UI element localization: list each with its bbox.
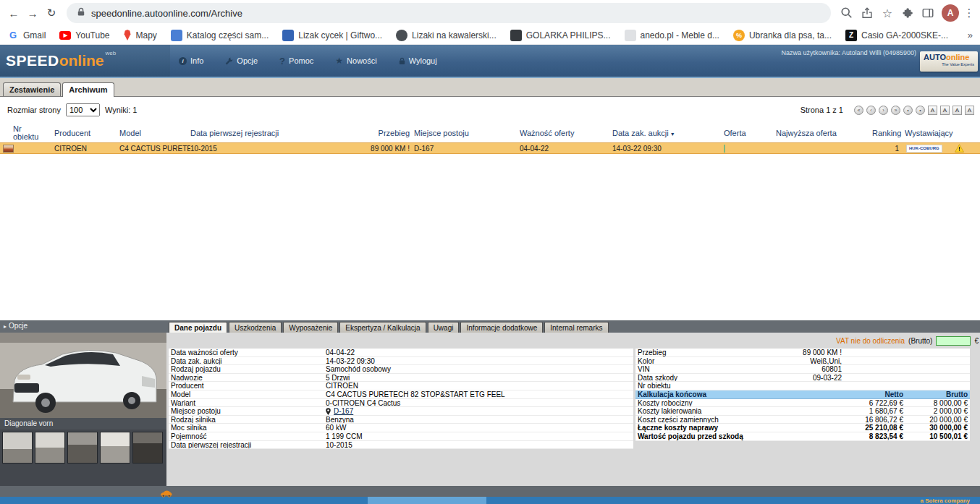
page-extra-button-2[interactable]: • — [916, 106, 925, 115]
column-header[interactable]: Data zak. aukcji▼ — [612, 129, 724, 137]
bookmark-item[interactable]: %Ubranka dla psa, ta... — [733, 30, 832, 41]
photo-thumbnail-2[interactable] — [35, 432, 65, 464]
forward-icon[interactable]: → — [23, 4, 42, 22]
column-header[interactable]: Nr obiektu — [0, 125, 54, 141]
text-size-button-4[interactable]: A — [965, 106, 974, 115]
extensions-puzzle-icon[interactable] — [897, 4, 918, 22]
page-extra-button-1[interactable]: • — [903, 106, 913, 115]
bookmarks-overflow-chevron[interactable]: » — [968, 30, 973, 40]
detail-tab-informacje-dodatkowe[interactable]: Informacje dodatkowe — [460, 322, 543, 333]
bookmark-label: Ubranka dla psa, ta... — [749, 30, 832, 40]
autoonline-brand-logo[interactable]: AUTOonline The Value Experts — [920, 51, 978, 72]
warning-icon[interactable] — [955, 144, 964, 153]
bookmark-item[interactable]: GOLARKA PHILIPS... — [510, 30, 611, 41]
profile-avatar[interactable]: A — [942, 4, 959, 22]
bookmark-item[interactable]: GGmail — [7, 30, 46, 41]
column-header[interactable]: Data pierwszej rejestracji — [190, 129, 339, 137]
text-size-button-1[interactable]: A — [928, 106, 937, 115]
column-header[interactable]: Oferta — [724, 129, 776, 137]
detail-tab-wyposa-enie[interactable]: Wyposażenie — [283, 322, 338, 333]
vehicle-data-row: Data zak. aukcji14-03-22 09:30 — [169, 357, 633, 366]
photo-thumbnail-1[interactable] — [2, 432, 33, 464]
page-size-select[interactable]: 100 — [66, 103, 100, 116]
detail-content: VAT nie do odliczenia (Brutto) € Data wa… — [166, 333, 980, 486]
photo-thumbnail-5[interactable] — [132, 432, 163, 464]
detail-tab-dane-pojazdu[interactable]: Dane pojazdu — [169, 322, 227, 333]
field-label: Data ważności oferty — [169, 349, 326, 356]
address-bar[interactable]: speedonline.autoonline.com/Archive — [67, 3, 831, 23]
tab-archiwum[interactable]: Archiwum — [62, 82, 114, 97]
column-header[interactable]: Przebieg — [339, 129, 411, 137]
vehicle-info-row: KolorWeiß,Uni, — [635, 357, 970, 366]
column-header[interactable]: Wystawiający — [905, 129, 980, 137]
bookmark-item[interactable]: ▶YouTube — [59, 30, 109, 40]
bookmark-item[interactable]: ZCasio GA-2000SKE-... — [845, 30, 948, 41]
column-header[interactable]: Najwyższa oferta — [776, 129, 872, 137]
site-lock-icon[interactable] — [77, 7, 85, 20]
bookmark-item[interactable]: Lizaki na kawalerski... — [396, 30, 497, 41]
question-icon: ? — [279, 56, 285, 67]
share-icon[interactable] — [857, 4, 877, 22]
page-last-button[interactable]: » — [891, 106, 900, 115]
page-first-button[interactable]: « — [854, 106, 863, 115]
youtube-favicon-icon: ▶ — [59, 31, 71, 40]
detail-tab-uwagi[interactable]: Uwagi — [428, 322, 460, 333]
field-label: Pojemność — [169, 432, 326, 440]
vehicle-data-row: Rodzaj silnikaBenzyna — [169, 416, 633, 424]
column-header-label: Data zak. aukcji — [612, 129, 669, 137]
vat-input[interactable] — [936, 336, 971, 346]
column-header[interactable]: Ranking — [872, 129, 905, 137]
offer-input-box[interactable] — [724, 145, 725, 153]
menu-item-opcje[interactable]: Opcje — [225, 56, 258, 67]
bookmark-item[interactable]: Katalog części sam... — [171, 30, 269, 41]
row-wystawiajacy-cell: HUK-COBURG — [905, 144, 980, 153]
text-size-button-3[interactable]: A — [952, 106, 962, 115]
back-icon[interactable]: ← — [4, 4, 23, 22]
photo-thumbnail-3[interactable] — [67, 432, 98, 464]
field-label: Rodzaj silnika — [169, 416, 326, 424]
photo-thumbnails — [0, 430, 166, 466]
text-size-button-2[interactable]: A — [940, 106, 950, 115]
menu-item-wyloguj[interactable]: Wyloguj — [399, 56, 437, 67]
vehicle-data-row: Moc silnika60 kW — [169, 424, 633, 432]
location-pin-icon — [326, 408, 331, 415]
column-header[interactable]: Producent — [54, 129, 119, 137]
vehicle-info-row: Przebieg89 000 KM ! — [635, 349, 970, 357]
menu-item-pomoc[interactable]: ?Pomoc — [279, 56, 313, 67]
detail-tab-uszkodzenia[interactable]: Uszkodzenia — [229, 322, 282, 333]
side-panel-icon[interactable] — [918, 4, 938, 22]
miejsce-postoju-link[interactable]: D-167 — [326, 407, 353, 415]
options-toggle[interactable]: ▸Opcje — [4, 322, 28, 330]
bookmark-item[interactable]: Lizak cycek | Giftwo... — [282, 30, 382, 41]
vehicle-data-row: Miejsce postojuD-167 — [169, 407, 633, 416]
result-row[interactable]: CITROENC4 CACTUS PURETE...10-201589 000 … — [0, 142, 980, 154]
column-header[interactable]: Model — [119, 129, 190, 137]
detail-tab-ekspertyza-kalkulacja[interactable]: Ekspertyza / Kalkulacja — [339, 322, 426, 333]
data-zak-value: 14-03-22 09:30 — [612, 145, 662, 153]
vat-row: VAT nie do odliczenia (Brutto) € — [169, 333, 980, 349]
detail-tab-internal-remarks[interactable]: Internal remarks — [544, 322, 608, 333]
page-next-button[interactable]: › — [879, 106, 888, 115]
bookmark-item[interactable]: Mapy — [124, 30, 157, 40]
photo-thumbnail-4[interactable] — [100, 432, 130, 464]
reload-icon[interactable]: ↻ — [42, 4, 61, 22]
menu-item-nowości[interactable]: ★Nowości — [335, 56, 376, 67]
page-prev-button[interactable]: ‹ — [866, 106, 876, 115]
vehicle-photo[interactable] — [0, 333, 166, 418]
calc-label: Koszt części zamiennych — [635, 416, 816, 424]
tab-zestawienie[interactable]: Zestawienie — [3, 82, 61, 96]
search-icon[interactable] — [837, 4, 857, 22]
bookmark-label: Mapy — [136, 30, 157, 40]
bookmark-item[interactable]: anedo.pl - Meble d... — [625, 30, 719, 41]
bookmark-star-icon[interactable]: ☆ — [877, 4, 897, 22]
column-header[interactable]: Ważność oferty — [520, 129, 612, 137]
producent-value: CITROEN — [54, 145, 87, 153]
options-label: Opcje — [9, 322, 28, 330]
wrench-icon — [225, 57, 233, 65]
browser-menu-icon[interactable]: ⋮ — [963, 7, 976, 20]
column-header[interactable]: Miejsce postoju — [411, 129, 520, 137]
menu-item-info[interactable]: iInfo — [179, 56, 203, 67]
bookmark-label: anedo.pl - Meble d... — [641, 30, 719, 40]
results-table-header: Nr obiektuProducentModelData pierwszej r… — [0, 124, 980, 142]
link-text: D-167 — [334, 407, 353, 415]
